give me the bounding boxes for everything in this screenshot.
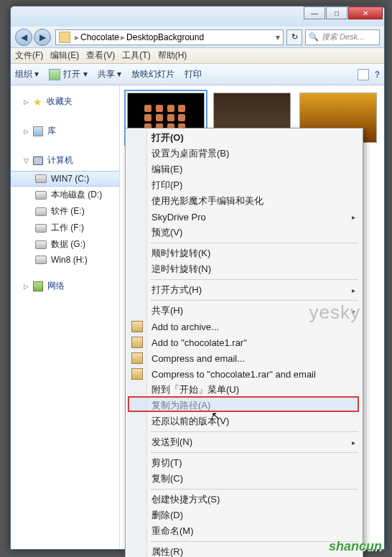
menu-help[interactable]: 帮助(H)	[158, 50, 187, 62]
archive-icon	[131, 368, 143, 380]
sidebar: ▷★收藏夹 ▷库 ▽计算机 WIN7 (C:) 本地磁盘 (D:) 软件 (E:…	[11, 85, 120, 549]
context-menu: 打开(O) 设置为桌面背景(B) 编辑(E) 打印(P) 使用光影魔术手编辑和美…	[125, 128, 363, 557]
cm-skydrive[interactable]: SkyDrive Pro▸	[127, 209, 361, 225]
drive-f[interactable]: 工作 (F:)	[11, 220, 119, 236]
archive-icon	[131, 337, 143, 348]
address-bar[interactable]: ▸ Chocolate ▸ DesktopBackground ▾	[55, 29, 284, 45]
sidebar-libraries[interactable]: ▷库	[11, 123, 119, 141]
chevron-right-icon: ▸	[352, 286, 355, 294]
separator	[150, 541, 358, 542]
cm-compress-rar-email[interactable]: Compress to "chocolate1.rar" and email	[127, 366, 361, 382]
maximize-button[interactable]: □	[326, 6, 347, 19]
nav-back-button[interactable]: ◀	[15, 29, 32, 46]
drive-icon	[35, 224, 47, 233]
cm-create-shortcut[interactable]: 创建快捷方式(S)	[127, 492, 361, 507]
drive-icon	[35, 256, 47, 264]
print-button[interactable]: 打印	[185, 68, 202, 80]
drive-icon	[35, 174, 47, 183]
separator	[150, 300, 358, 301]
cm-restore-versions[interactable]: 还原以前的版本(V)	[127, 413, 361, 429]
drive-icon	[35, 240, 47, 249]
open-button[interactable]: 打开 ▾	[49, 68, 87, 80]
breadcrumb-1[interactable]: Chocolate	[80, 32, 119, 42]
cm-compress-email[interactable]: Compress and email...	[127, 350, 361, 366]
drive-d[interactable]: 本地磁盘 (D:)	[11, 187, 119, 203]
archive-icon	[131, 321, 143, 332]
command-bar: 组织 ▾ 打开 ▾ 共享 ▾ 放映幻灯片 打印 ?	[11, 64, 384, 85]
slideshow-button[interactable]: 放映幻灯片	[131, 68, 174, 80]
drive-g[interactable]: 数据 (G:)	[11, 236, 119, 253]
menubar: 文件(F) 编辑(E) 查看(V) 工具(T) 帮助(H)	[11, 48, 384, 64]
sidebar-network[interactable]: ▷网络	[11, 278, 119, 296]
watermark-yesky: yesky	[309, 301, 360, 324]
breadcrumb-sep: ▸	[121, 32, 125, 42]
separator	[150, 452, 358, 453]
drive-c[interactable]: WIN7 (C:)	[11, 171, 119, 187]
refresh-button[interactable]: ↻	[286, 29, 302, 45]
cm-properties[interactable]: 属性(R)	[127, 544, 361, 557]
star-icon: ★	[33, 96, 42, 108]
chevron-right-icon: ▸	[352, 439, 355, 446]
sidebar-favorites[interactable]: ▷★收藏夹	[11, 94, 119, 112]
view-icon[interactable]	[358, 69, 369, 80]
sidebar-computer[interactable]: ▽计算机	[11, 153, 119, 171]
library-icon	[33, 126, 43, 136]
open-icon	[49, 69, 60, 80]
watermark-shancun: shancun	[329, 539, 382, 554]
cursor-icon: ↖	[211, 409, 220, 423]
nav-forward-button[interactable]: ▶	[34, 29, 51, 46]
search-icon: 🔍	[309, 32, 319, 42]
network-icon	[33, 281, 43, 291]
menu-edit[interactable]: 编辑(E)	[50, 50, 79, 62]
cm-pin-start[interactable]: 附到「开始」菜单(U)	[127, 382, 361, 398]
share-button[interactable]: 共享 ▾	[98, 68, 121, 80]
breadcrumb-sep: ▸	[75, 32, 79, 42]
navbar: ◀ ▶ ▸ Chocolate ▸ DesktopBackground ▾ ↻ …	[11, 27, 384, 48]
drive-h[interactable]: Win8 (H:)	[11, 253, 119, 267]
titlebar[interactable]: — □ ✕	[11, 6, 384, 27]
separator	[150, 243, 358, 243]
cm-edit[interactable]: 编辑(E)	[127, 162, 361, 177]
cm-neoimaging[interactable]: 使用光影魔术手编辑和美化	[127, 193, 361, 209]
cm-print[interactable]: 打印(P)	[127, 177, 361, 193]
computer-icon	[33, 156, 43, 165]
search-input[interactable]: 🔍 搜索 Desk...	[305, 29, 380, 45]
organize-button[interactable]: 组织 ▾	[15, 68, 39, 80]
cm-copy[interactable]: 复制(C)	[127, 471, 361, 487]
dropdown-icon[interactable]: ▾	[276, 32, 280, 42]
separator	[150, 431, 358, 432]
cm-delete[interactable]: 删除(D)	[127, 507, 361, 523]
cm-set-background[interactable]: 设置为桌面背景(B)	[127, 146, 361, 162]
cm-add-rar[interactable]: Add to "chocolate1.rar"	[127, 334, 361, 350]
cm-rotate-cw[interactable]: 顺时针旋转(K)	[127, 245, 361, 261]
menu-tools[interactable]: 工具(T)	[122, 50, 150, 62]
cm-copy-as-path[interactable]: 复制为路径(A)	[127, 398, 361, 413]
drive-e[interactable]: 软件 (E:)	[11, 203, 119, 220]
search-placeholder: 搜索 Desk...	[322, 32, 364, 42]
chevron-right-icon: ▸	[352, 213, 355, 221]
drive-icon	[35, 207, 47, 216]
minimize-button[interactable]: —	[304, 6, 325, 19]
menu-view[interactable]: 查看(V)	[86, 50, 115, 62]
cm-preview[interactable]: 预览(V)	[127, 225, 361, 240]
cm-rename[interactable]: 重命名(M)	[127, 523, 361, 539]
help-button[interactable]: ?	[375, 70, 380, 80]
cm-send-to[interactable]: 发送到(N)▸	[127, 434, 361, 450]
cm-open-with[interactable]: 打开方式(H)▸	[127, 282, 361, 298]
cm-rotate-ccw[interactable]: 逆时针旋转(N)	[127, 261, 361, 277]
archive-icon	[131, 352, 143, 364]
cm-open[interactable]: 打开(O)	[127, 130, 361, 146]
separator	[150, 489, 358, 490]
close-button[interactable]: ✕	[348, 6, 383, 19]
separator	[150, 279, 358, 280]
breadcrumb-2[interactable]: DesktopBackground	[126, 32, 204, 42]
menu-file[interactable]: 文件(F)	[15, 50, 43, 62]
drive-icon	[35, 191, 47, 200]
folder-icon	[59, 32, 70, 43]
cm-cut[interactable]: 剪切(T)	[127, 455, 361, 471]
